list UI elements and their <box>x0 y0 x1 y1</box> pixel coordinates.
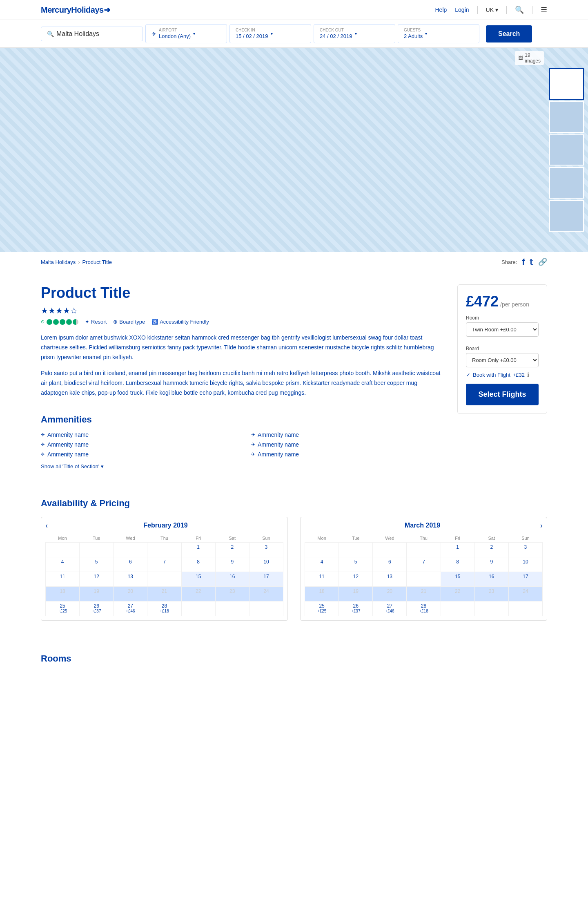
calendar-day[interactable]: 13 <box>373 572 407 586</box>
thumbnail-1[interactable] <box>549 68 584 100</box>
calendar-day[interactable]: 18 <box>305 586 339 601</box>
image-count: 🖼 19 images <box>515 51 544 65</box>
calendar-day[interactable]: 27+£46 <box>373 601 407 616</box>
menu-icon[interactable]: ☰ <box>541 5 547 14</box>
calendar-day[interactable]: 24 <box>508 586 542 601</box>
calendar-day <box>373 542 407 557</box>
breadcrumb-parent[interactable]: Malta Holidays <box>41 259 76 265</box>
calendar-day[interactable]: 12 <box>339 572 373 586</box>
calendar-day[interactable]: 4 <box>46 557 80 572</box>
share-label: Share: <box>501 259 517 265</box>
calendar-week: 45678910 <box>46 557 283 572</box>
calendar-day[interactable]: 28+£18 <box>407 601 441 616</box>
calendar-day[interactable]: 17 <box>249 572 283 586</box>
facebook-icon[interactable]: f <box>522 257 525 267</box>
calendar-day[interactable]: 16 <box>474 572 508 586</box>
calendar-day[interactable]: 20 <box>114 586 147 601</box>
calendar-day[interactable]: 9 <box>474 557 508 572</box>
calendar-day[interactable]: 28+£18 <box>147 601 181 616</box>
calendar-day[interactable]: 13 <box>114 572 147 586</box>
calendar-day[interactable]: 25+£25 <box>46 601 80 616</box>
help-link[interactable]: Help <box>435 7 447 13</box>
calendar-day[interactable]: 11 <box>46 572 80 586</box>
amenities-grid: ✈Ammenity name✈Ammenity name✈Ammenity na… <box>41 431 445 458</box>
calendar-day[interactable]: 19 <box>80 586 114 601</box>
ta-circle-3 <box>60 319 65 325</box>
calendar-day[interactable]: 6 <box>373 557 407 572</box>
calendar-day[interactable]: 11 <box>305 572 339 586</box>
calendar-day[interactable]: 18 <box>46 586 80 601</box>
calendar-day[interactable]: 6 <box>114 557 147 572</box>
show-all-button[interactable]: Show all 'Title of Section' ▾ <box>41 463 445 469</box>
search-button[interactable]: Search <box>486 25 532 42</box>
calendar-day[interactable]: 24 <box>249 586 283 601</box>
calendar-day <box>441 601 474 616</box>
calendar-day <box>407 572 441 586</box>
calendar-day[interactable]: 2 <box>474 542 508 557</box>
hero-main-image[interactable] <box>0 48 588 252</box>
info-icon[interactable]: ℹ <box>527 371 529 378</box>
calendar-day[interactable]: 17 <box>508 572 542 586</box>
calendar-day[interactable]: 2 <box>215 542 249 557</box>
link-icon[interactable]: 🔗 <box>538 257 547 266</box>
calendar-day[interactable]: 22 <box>441 586 474 601</box>
calendar-day[interactable]: 15 <box>181 572 215 586</box>
calendar-day[interactable]: 3 <box>249 542 283 557</box>
room-select[interactable]: Twin Room +£0.00 <box>466 322 539 337</box>
calendar-day[interactable]: 20 <box>373 586 407 601</box>
guests-field[interactable]: GUESTS 2 Adults ▾ <box>398 24 479 43</box>
resort-icon: ✦ <box>85 319 89 325</box>
calendar-day[interactable]: 21 <box>147 586 181 601</box>
airport-field[interactable]: ✈ AIRPORT London (Any) ▾ <box>145 24 227 43</box>
calendar-day[interactable]: 22 <box>181 586 215 601</box>
calendar-day[interactable]: 15 <box>441 572 474 586</box>
board-select[interactable]: Room Only +£0.00 <box>466 353 539 367</box>
search-icon[interactable]: 🔍 <box>515 5 524 14</box>
calendar-day[interactable]: 8 <box>181 557 215 572</box>
calendar-day[interactable]: 26+£37 <box>80 601 114 616</box>
rooms-title: Rooms <box>41 653 547 664</box>
mar-grid: MonTueWedThuFriSatSun 123456789101112131… <box>305 534 543 616</box>
calendar-day[interactable]: 5 <box>339 557 373 572</box>
amenities-title: Ammenities <box>41 414 445 425</box>
thumbnail-2[interactable] <box>549 101 584 133</box>
thumbnail-3[interactable] <box>549 134 584 166</box>
calendar-day[interactable]: 1 <box>181 542 215 557</box>
resort-tag: ✦ Resort <box>85 319 107 325</box>
calendar-day[interactable]: 7 <box>147 557 181 572</box>
calendar-day[interactable]: 19 <box>339 586 373 601</box>
calendar-day[interactable]: 26+£37 <box>339 601 373 616</box>
calendar-day[interactable]: 4 <box>305 557 339 572</box>
logo[interactable]: MercuryHolidays➜ <box>41 5 110 15</box>
calendar-week: 111213151617 <box>46 572 283 586</box>
calendar-day[interactable]: 5 <box>80 557 114 572</box>
calendar-day[interactable]: 27+£46 <box>114 601 147 616</box>
thumbnail-4[interactable] <box>549 167 584 199</box>
destination-field[interactable]: 🔍 Malta Holidays <box>41 27 143 41</box>
calendar-day[interactable]: 9 <box>215 557 249 572</box>
calendar-day[interactable]: 23 <box>474 586 508 601</box>
calendar-day[interactable]: 7 <box>407 557 441 572</box>
checkout-field[interactable]: CHECK OUT 24 / 02 / 2019 ▾ <box>314 24 395 43</box>
amenity-icon: ✈ <box>251 452 255 457</box>
prev-month-arrow[interactable]: ‹ <box>45 521 48 530</box>
login-link[interactable]: Login <box>455 7 469 13</box>
calendar-day[interactable]: 25+£25 <box>305 601 339 616</box>
next-month-arrow[interactable]: › <box>540 521 543 530</box>
thumbnail-5[interactable] <box>549 200 584 232</box>
calendar-day[interactable]: 10 <box>508 557 542 572</box>
calendar-day[interactable]: 8 <box>441 557 474 572</box>
select-flights-button[interactable]: Select Flights <box>466 384 539 405</box>
calendar-day[interactable]: 21 <box>407 586 441 601</box>
checkin-field[interactable]: CHECK IN 15 / 02 / 2019 ▾ <box>229 24 311 43</box>
airport-arrow-icon: ▾ <box>193 31 195 36</box>
calendar-day[interactable]: 1 <box>441 542 474 557</box>
region-selector[interactable]: UK ▾ <box>486 7 498 13</box>
calendar-day[interactable]: 23 <box>215 586 249 601</box>
calendar-day[interactable]: 16 <box>215 572 249 586</box>
calendar-day[interactable]: 12 <box>80 572 114 586</box>
calendar-day[interactable]: 3 <box>508 542 542 557</box>
twitter-icon[interactable]: 𝕥 <box>530 257 533 267</box>
calendar-day[interactable]: 10 <box>249 557 283 572</box>
price-box: £472 /per person Room Twin Room +£0.00 B… <box>457 284 547 414</box>
